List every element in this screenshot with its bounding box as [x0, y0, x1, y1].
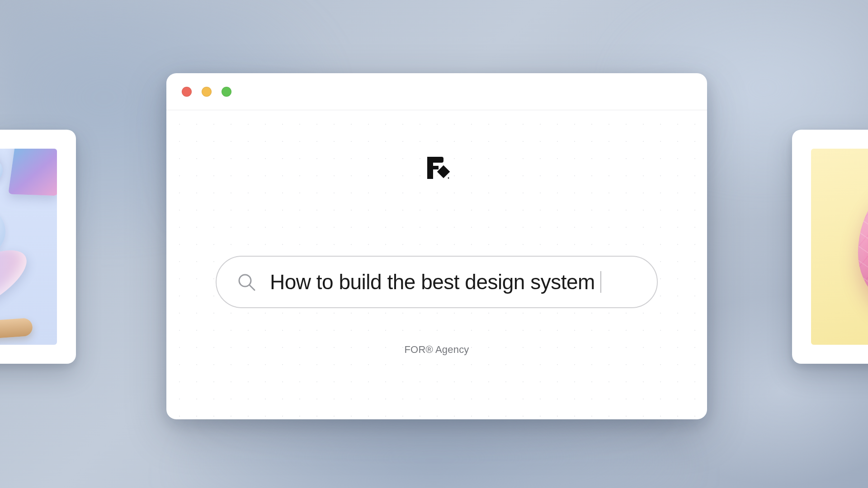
svg-line-3: [250, 285, 255, 290]
artwork-brain: [811, 149, 868, 345]
svg-point-1: [448, 178, 449, 179]
agency-label: FOR® Agency: [404, 344, 469, 356]
search-input[interactable]: How to build the best design system: [216, 256, 658, 308]
svg-rect-0: [437, 165, 450, 178]
window-minimize-button[interactable]: [202, 87, 212, 97]
artwork-shapes: [0, 149, 57, 345]
window-close-button[interactable]: [182, 87, 192, 97]
brand-logo-icon: [424, 155, 450, 181]
preview-card-left: [0, 130, 76, 364]
text-caret: [600, 271, 601, 293]
browser-window: How to build the best design system FOR®…: [166, 73, 707, 419]
content-area: How to build the best design system FOR®…: [166, 110, 707, 419]
preview-card-right: [792, 130, 868, 364]
search-query-text: How to build the best design system: [270, 270, 601, 294]
search-icon: [237, 273, 255, 291]
window-titlebar: [166, 73, 707, 110]
window-zoom-button[interactable]: [222, 87, 231, 97]
